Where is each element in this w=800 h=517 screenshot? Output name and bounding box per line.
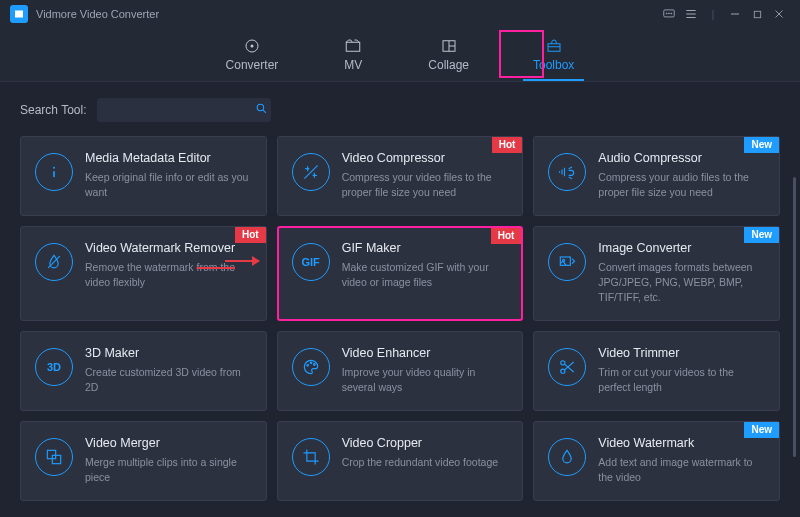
tab-converter[interactable]: Converter xyxy=(220,28,285,81)
svg-point-30 xyxy=(561,369,565,373)
three-d-icon: 3D xyxy=(35,348,73,386)
tool-desc: Compress your audio files to the proper … xyxy=(598,170,765,200)
annotation-arrow xyxy=(225,260,259,262)
separator: | xyxy=(702,3,724,25)
tool-video-trimmer[interactable]: Video Trimmer Trim or cut your videos to… xyxy=(533,331,780,411)
tool-desc: Remove the watermark from the video flex… xyxy=(85,260,252,290)
hot-badge: Hot xyxy=(492,137,523,153)
tool-desc: Add text and image watermark to the vide… xyxy=(598,455,765,485)
tool-video-cropper[interactable]: Video Cropper Crop the redundant video f… xyxy=(277,421,524,501)
tool-title: GIF Maker xyxy=(342,241,509,255)
svg-rect-34 xyxy=(52,455,60,463)
tool-video-watermark[interactable]: New Video Watermark Add text and image w… xyxy=(533,421,780,501)
tool-grid: Media Metadata Editor Keep original file… xyxy=(20,136,780,501)
svg-rect-13 xyxy=(347,42,361,51)
titlebar: Vidmore Video Converter | xyxy=(0,0,800,28)
hot-badge: Hot xyxy=(491,228,522,244)
scissors-icon xyxy=(548,348,586,386)
nav-label: MV xyxy=(344,58,362,72)
tool-title: Video Watermark Remover xyxy=(85,241,252,255)
nav-label: Toolbox xyxy=(533,58,574,72)
svg-line-22 xyxy=(304,165,317,178)
scrollbar[interactable] xyxy=(793,177,796,457)
tool-gif-maker[interactable]: Hot GIF GIF Maker Make customized GIF wi… xyxy=(277,226,524,321)
tool-3d-maker[interactable]: 3D 3D Maker Create customized 3D video f… xyxy=(20,331,267,411)
mv-icon xyxy=(342,37,364,55)
tool-title: Video Cropper xyxy=(342,436,509,450)
svg-point-29 xyxy=(561,360,565,364)
content-area: Search Tool: Media Metadata Editor Keep … xyxy=(0,82,800,517)
search-input[interactable] xyxy=(105,103,255,117)
tool-video-merger[interactable]: Video Merger Merge multiple clips into a… xyxy=(20,421,267,501)
svg-point-21 xyxy=(53,167,55,169)
tool-desc: Crop the redundant video footage xyxy=(342,455,509,470)
svg-point-19 xyxy=(257,104,264,111)
search-icon[interactable] xyxy=(255,102,268,118)
tool-desc: Keep original file info or edit as you w… xyxy=(85,170,252,200)
new-badge: New xyxy=(744,227,779,243)
tool-desc: Convert images formats between JPG/JPEG,… xyxy=(598,260,765,306)
svg-point-27 xyxy=(310,362,312,364)
tab-mv[interactable]: MV xyxy=(336,28,370,81)
svg-rect-17 xyxy=(548,44,560,52)
svg-point-12 xyxy=(250,45,253,48)
tool-title: 3D Maker xyxy=(85,346,252,360)
droplet-slash-icon xyxy=(35,243,73,281)
tool-title: Video Trimmer xyxy=(598,346,765,360)
hot-badge: Hot xyxy=(235,227,266,243)
minimize-button[interactable] xyxy=(724,3,746,25)
tool-desc: Trim or cut your videos to the perfect l… xyxy=(598,365,765,395)
tab-collage[interactable]: Collage xyxy=(422,28,475,81)
droplet-icon xyxy=(548,438,586,476)
search-row: Search Tool: xyxy=(20,98,780,122)
menu-icon[interactable] xyxy=(680,3,702,25)
tool-desc: Improve your video quality in several wa… xyxy=(342,365,509,395)
main-nav: Converter MV Collage Toolbox xyxy=(0,28,800,82)
tool-audio-compressor[interactable]: New Audio Compressor Compress your audio… xyxy=(533,136,780,216)
tool-desc: Merge multiple clips into a single piece xyxy=(85,455,252,485)
tool-title: Audio Compressor xyxy=(598,151,765,165)
tool-video-enhancer[interactable]: Video Enhancer Improve your video qualit… xyxy=(277,331,524,411)
tool-media-metadata-editor[interactable]: Media Metadata Editor Keep original file… xyxy=(20,136,267,216)
svg-point-2 xyxy=(669,13,670,14)
compress-icon xyxy=(292,153,330,191)
svg-point-1 xyxy=(666,13,667,14)
converter-icon xyxy=(241,37,263,55)
tool-desc: Make customized GIF with your video or i… xyxy=(342,260,509,290)
image-convert-icon xyxy=(548,243,586,281)
nav-label: Converter xyxy=(226,58,279,72)
app-title: Vidmore Video Converter xyxy=(36,8,159,20)
tool-title: Media Metadata Editor xyxy=(85,151,252,165)
tab-toolbox[interactable]: Toolbox xyxy=(527,28,580,81)
svg-rect-8 xyxy=(754,11,760,17)
app-logo xyxy=(10,5,28,23)
gif-icon: GIF xyxy=(292,243,330,281)
tool-title: Video Enhancer xyxy=(342,346,509,360)
feedback-icon[interactable] xyxy=(658,3,680,25)
nav-label: Collage xyxy=(428,58,469,72)
tool-video-compressor[interactable]: Hot Video Compressor Compress your video… xyxy=(277,136,524,216)
new-badge: New xyxy=(744,422,779,438)
maximize-button[interactable] xyxy=(746,3,768,25)
search-label: Search Tool: xyxy=(20,103,87,117)
palette-icon xyxy=(292,348,330,386)
toolbox-icon xyxy=(543,37,565,55)
tool-title: Video Watermark xyxy=(598,436,765,450)
close-button[interactable] xyxy=(768,3,790,25)
svg-point-3 xyxy=(671,13,672,14)
info-icon xyxy=(35,153,73,191)
tool-desc: Compress your video files to the proper … xyxy=(342,170,509,200)
search-box[interactable] xyxy=(97,98,271,122)
svg-line-20 xyxy=(263,110,266,113)
tool-title: Image Converter xyxy=(598,241,765,255)
tool-desc: Create customized 3D video from 2D xyxy=(85,365,252,395)
svg-point-26 xyxy=(306,364,308,366)
tool-title: Video Merger xyxy=(85,436,252,450)
svg-rect-33 xyxy=(47,450,55,458)
merge-icon xyxy=(35,438,73,476)
tool-image-converter[interactable]: New Image Converter Convert images forma… xyxy=(533,226,780,321)
audio-compress-icon xyxy=(548,153,586,191)
tool-video-watermark-remover[interactable]: Hot Video Watermark Remover Remove the w… xyxy=(20,226,267,321)
svg-point-28 xyxy=(313,363,315,365)
crop-icon xyxy=(292,438,330,476)
